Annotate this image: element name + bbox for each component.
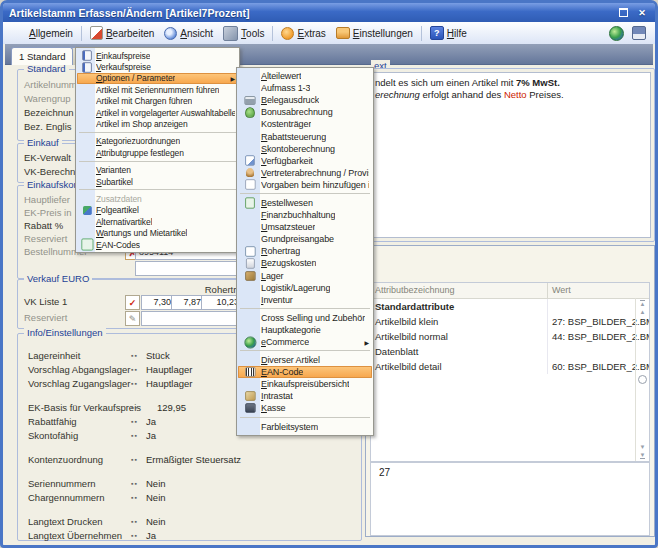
close-button[interactable]: ✕: [635, 7, 649, 19]
menu-item-artikel-mit-chargen-f-hren[interactable]: Artikel mit Chargen führen: [77, 96, 238, 107]
menu-item-kasse[interactable]: Kasse: [238, 402, 372, 414]
vk-price-2-field[interactable]: 7,87: [171, 295, 205, 310]
view-icon: [164, 27, 177, 40]
rohertrag-icon: [245, 246, 255, 256]
menu-item-ean-codes[interactable]: EAN-Codes: [77, 239, 238, 250]
menu-item-artikel-im-shop-anzeigen[interactable]: Artikel im Shop anzeigen: [77, 118, 238, 129]
menu-item-alteilewert[interactable]: Alteilewert: [238, 70, 372, 82]
menu-item-label: Artikel mit Seriennummern führen: [96, 85, 219, 95]
attribute-table[interactable]: Attributbezeichnung Wert Standardattribu…: [370, 282, 650, 462]
menu-item-label: Belegausdruck: [261, 95, 319, 105]
menu-item-inventur[interactable]: Inventur: [238, 294, 372, 306]
menu-item-bestellwesen[interactable]: Bestellwesen: [238, 197, 372, 209]
menu-item-label: eCommerce: [261, 337, 309, 347]
vk-liste-check-icon[interactable]: ✓: [125, 295, 140, 310]
menu-item-diverser-artikel[interactable]: Diverser Artikel: [238, 354, 372, 366]
menu-item-rohertrag[interactable]: Rohertrag: [238, 245, 372, 257]
menu-item-lager[interactable]: Lager: [238, 270, 372, 282]
menubar-item-tools[interactable]: Tools: [218, 24, 269, 43]
info-label-lagereinheit: Lagereinheit: [28, 350, 80, 361]
menu-item-skontoberechnung[interactable]: Skontoberechnung: [238, 143, 372, 155]
restore-button[interactable]: [616, 7, 630, 19]
equals-icon: ▪▪: [131, 366, 138, 373]
menu-item-einkaufspreis-bersicht[interactable]: Einkaufspreisübersicht: [238, 378, 372, 390]
attribute-name: Artikelbild klein: [371, 314, 548, 329]
menu-item-folgeartikel[interactable]: Folgeartikel: [77, 205, 238, 216]
menu-item-ean-code[interactable]: EAN-Code: [238, 366, 372, 378]
menu-item-ecommerce[interactable]: eCommerce▶: [238, 336, 372, 348]
menu-item-aufmass-1-3[interactable]: Aufmass 1-3: [238, 82, 372, 94]
scroll-top-icon[interactable]: ▲: [640, 300, 646, 307]
hint-textbox[interactable]: ndelt es sich um einen Artikel mit 7% Mw…: [369, 72, 651, 238]
attribute-row[interactable]: Standardattribute: [371, 299, 649, 314]
menu-item-vorgaben-beim-hinzuf-gen-im-beleg[interactable]: Vorgaben beim hinzufügen im Beleg: [238, 179, 372, 191]
info-value-vorschlag-zugangslager: Hauptlager: [146, 378, 192, 389]
menubar-item-bearbeiten[interactable]: Bearbeiten: [85, 24, 159, 42]
scroll-bottom-icon[interactable]: ▼: [640, 452, 646, 459]
menu-item-verf-gbarkeit[interactable]: Verfügbarkeit: [238, 155, 372, 167]
verkauf-reserviert-pencil-icon[interactable]: ✎: [125, 311, 140, 326]
menu-item-optionen-parameter[interactable]: Optionen / Parameter▶: [77, 73, 238, 84]
menu-item-kostentr-ger[interactable]: Kostenträger: [238, 118, 372, 130]
verkauf-reserviert-label: Reserviert: [24, 312, 67, 323]
menu-item-einkaufspreise[interactable]: Einkaufspreise: [77, 50, 238, 61]
info-label-chargennummern: Chargennummern: [28, 492, 105, 503]
menu-item-cross-selling-und-zubeh-r[interactable]: Cross Selling und Zubehör: [238, 312, 372, 324]
menu-item-umsatzsteuer[interactable]: Umsatzsteuer: [238, 221, 372, 233]
attribute-row[interactable]: Artikelbild detail60: BSP_BILDER_2.BMP: [371, 359, 649, 374]
vk-price-1-field[interactable]: 7,30: [141, 295, 175, 310]
menu-item-attributgruppe-festlegen[interactable]: Attributgruppe festlegen: [77, 147, 238, 158]
save-icon[interactable]: [632, 26, 646, 40]
attribute-row[interactable]: Artikelbild klein27: BSP_BILDER_2.BMP: [371, 314, 649, 329]
group-verkauf-title: Verkauf EURO: [24, 273, 92, 284]
menu-item-artikel-in-vorgelagerter-auswahltabelle-verbergen[interactable]: Artikel in vorgelagerter Auswahltabelle …: [77, 107, 238, 118]
menu-item-bonusabrechnung[interactable]: Bonusabrechnung: [238, 106, 372, 118]
attribute-row[interactable]: Datenblatt: [371, 344, 649, 359]
settings-icon: [336, 27, 350, 39]
attribute-row[interactable]: Artikelbild normal44: BSP_BILDER_2.BMP: [371, 329, 649, 344]
menu-item-zusatzdaten[interactable]: Zusatzdaten: [77, 193, 238, 204]
menu-item-varianten[interactable]: Varianten: [77, 165, 238, 176]
search-icon[interactable]: [638, 375, 647, 384]
col-attributbezeichnung[interactable]: Attributbezeichnung: [371, 283, 548, 298]
verkauf-reserviert-field[interactable]: [141, 311, 243, 326]
globe-icon[interactable]: [609, 26, 624, 41]
scroll-down-icon[interactable]: ▼: [640, 444, 646, 450]
tab-standard[interactable]: 1 Standard: [11, 47, 73, 65]
menu-bar: AllgemeinBearbeitenAnsichtToolsExtrasEin…: [3, 22, 655, 45]
menu-item-subartikel[interactable]: Subartikel: [77, 176, 238, 187]
menu-item-grundpreisangabe[interactable]: Grundpreisangabe: [238, 233, 372, 245]
table-scroll-rail[interactable]: ▲ ▲ ▼ ▼: [635, 298, 649, 461]
col-wert[interactable]: Wert: [548, 283, 649, 298]
menu-item-bezugskosten[interactable]: Bezugskosten: [238, 257, 372, 269]
menu-item-alternativartikel[interactable]: Alternativartikel: [77, 216, 238, 227]
menu-item-wartungs-und-mietartikel[interactable]: Wartungs und Mietartikel: [77, 227, 238, 238]
menu-separator: [240, 350, 370, 352]
menubar-item-allgemein[interactable]: Allgemein: [8, 25, 78, 42]
info-value-ek-basis-f-r-verkaufspreis: 129,95: [146, 402, 186, 413]
menu-item-intrastat[interactable]: Intrastat: [238, 390, 372, 402]
menubar-item-ansicht[interactable]: Ansicht: [159, 25, 218, 42]
menubar-item-einstellungen[interactable]: Einstellungen: [331, 25, 418, 41]
menu-item-farbleitsystem[interactable]: Farbleitsystem: [238, 421, 372, 433]
menu-item-finanzbuchhaltung[interactable]: Finanzbuchhaltung: [238, 209, 372, 221]
menu-item-kategoriezuordnungen[interactable]: Kategoriezuordnungen: [77, 136, 238, 147]
menubar-item-extras[interactable]: Extras: [276, 25, 330, 42]
printer-icon: [244, 96, 255, 105]
menu-item-vertreterabrechnung-provision[interactable]: Vertreterabrechnung / Provision: [238, 167, 372, 179]
scroll-up-icon[interactable]: ▲: [640, 309, 646, 315]
arrow-ne-icon: [13, 27, 26, 40]
attribute-footer-box[interactable]: 27: [370, 462, 650, 536]
menubar-item-hilfe[interactable]: ?Hilfe: [425, 24, 472, 42]
menu-item-belegausdruck[interactable]: Belegausdruck: [238, 94, 372, 106]
vertreter-icon: [241, 168, 259, 177]
info-label-langtext-drucken: Langtext Drucken: [28, 516, 102, 527]
menu-item-verkaufspreise[interactable]: Verkaufspreise: [77, 61, 238, 72]
menu-item-rabattsteuerung[interactable]: Rabattsteuerung: [238, 130, 372, 142]
menu-item-artikel-mit-seriennummern-f-hren[interactable]: Artikel mit Seriennummern führen: [77, 84, 238, 95]
menu-item-logistik-lagerung[interactable]: Logistik/Lagerung: [238, 282, 372, 294]
attribute-value: [548, 299, 649, 314]
info-value-kontenzuordnung: Ermäßigter Steuersatz: [146, 454, 241, 465]
menu-item-hauptkategorie[interactable]: Hauptkategorie: [238, 324, 372, 336]
equals-icon: ▪▪: [131, 432, 138, 439]
